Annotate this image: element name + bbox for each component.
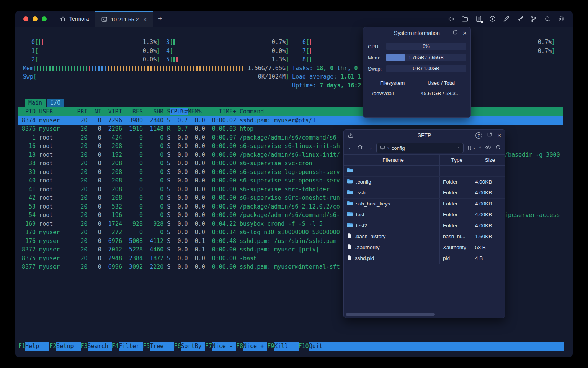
file-size: 4.00KB xyxy=(471,187,505,198)
fn-key-F8[interactable]: F8 xyxy=(236,342,243,351)
close-panel-icon[interactable]: × xyxy=(463,30,467,36)
settings-gear-icon[interactable] xyxy=(558,15,565,23)
swap-meter: Swp[0K/1024M] xyxy=(23,72,289,81)
filesystem-table: Filesystem Used / Total /dev/vda1 45.61G… xyxy=(368,78,466,113)
back-button[interactable]: ← xyxy=(348,145,354,151)
process-row[interactable]: 8374 myuser 20 0 7296 3980 2840 S 0.7 0.… xyxy=(18,116,563,125)
htop-view-tabs: MainI/O xyxy=(25,99,64,107)
system-stat-row: CPU:0% xyxy=(368,43,466,50)
key-icon[interactable] xyxy=(516,15,524,23)
forward-button[interactable]: → xyxy=(367,145,373,151)
home-icon xyxy=(60,16,66,22)
system-information-panel: System information × CPU:0%Mem:1.75GB / … xyxy=(363,27,471,118)
filesystem-usage: 45.61GB / 58.3... xyxy=(417,88,466,99)
column-header-type[interactable]: Type xyxy=(440,155,471,165)
fn-key-F7[interactable]: F7 xyxy=(205,342,212,351)
fn-label-F9[interactable]: Kill xyxy=(274,342,298,351)
fn-key-F6[interactable]: F6 xyxy=(174,342,181,351)
titlebar: Termora 10.211.55.2 × + xyxy=(15,11,573,27)
close-window-button[interactable] xyxy=(23,16,28,21)
fn-key-F3[interactable]: F3 xyxy=(81,342,88,351)
fn-label-F4[interactable]: Filter xyxy=(119,342,143,351)
help-icon[interactable]: ? xyxy=(475,132,482,139)
fn-key-F9[interactable]: F9 xyxy=(267,342,274,351)
chevron-down-icon[interactable] xyxy=(456,145,460,151)
fn-key-F10[interactable]: F10 xyxy=(299,342,309,351)
filesystem-row[interactable]: /dev/vda1 45.61GB / 58.3... xyxy=(368,88,466,99)
file-row[interactable]: .sshFolder4.00KB xyxy=(344,187,505,199)
edit-pencil-icon[interactable] xyxy=(503,15,510,23)
fn-key-F1[interactable]: F1 xyxy=(18,342,25,351)
tab-main[interactable]: Main xyxy=(25,99,46,107)
file-type: Folder xyxy=(440,199,471,209)
folder-icon xyxy=(347,168,353,174)
tab-io[interactable]: I/O xyxy=(47,99,64,107)
fn-label-F8[interactable]: Nice + xyxy=(243,342,267,351)
fn-key-F5[interactable]: F5 xyxy=(143,342,150,351)
fn-label-F3[interactable]: Search xyxy=(88,342,112,351)
up-directory-button[interactable]: ↑ xyxy=(479,145,482,151)
fn-label-F1[interactable]: Help xyxy=(25,342,49,351)
folder-icon xyxy=(347,200,353,207)
show-hidden-eye-icon[interactable] xyxy=(485,144,492,152)
file-type: pid xyxy=(440,253,471,264)
file-size: 4.00KB xyxy=(471,199,505,209)
stat-label: CPU: xyxy=(368,44,386,49)
minimize-window-button[interactable] xyxy=(33,16,38,21)
search-icon[interactable] xyxy=(544,15,551,23)
refresh-icon[interactable] xyxy=(495,144,501,152)
home-button[interactable] xyxy=(357,144,363,152)
stat-progress-bar: 0 B / 1.00GB xyxy=(386,65,466,72)
sftp-table-header: Filename Type Size xyxy=(344,154,505,166)
git-branch-icon[interactable] xyxy=(530,15,537,23)
file-name: test2 xyxy=(356,223,367,228)
new-tab-button[interactable]: + xyxy=(153,11,168,27)
stat-value: 0% xyxy=(386,43,466,50)
tab-active-session[interactable]: 10.211.55.2 × xyxy=(95,11,153,27)
fn-key-F4[interactable]: F4 xyxy=(112,342,119,351)
bookmark-dropdown-caret[interactable]: ▾ xyxy=(473,146,475,150)
system-stat-row: Swap:0 B / 1.00GB xyxy=(368,65,466,72)
open-in-window-icon[interactable] xyxy=(452,30,458,36)
record-icon[interactable] xyxy=(489,15,496,23)
log-document-icon[interactable] xyxy=(475,15,482,23)
file-name: ssh_host_keys xyxy=(356,201,390,207)
file-icon xyxy=(347,233,352,240)
sftp-titlebar: SFTP ? × xyxy=(344,130,505,141)
file-type: bash_hi... xyxy=(440,231,471,242)
close-tab-icon[interactable]: × xyxy=(143,16,147,23)
fn-label-F5[interactable]: Tree xyxy=(150,342,174,351)
file-row[interactable]: .bash_historybash_hi...1.60KB xyxy=(344,231,505,242)
path-breadcrumb[interactable]: › config xyxy=(376,143,464,153)
file-row[interactable]: .. xyxy=(344,166,505,177)
tab-termora-home[interactable]: Termora xyxy=(54,11,95,27)
code-icon[interactable] xyxy=(448,15,455,23)
file-row[interactable]: test2Folder4.00KB xyxy=(344,220,505,232)
file-row[interactable]: .XauthorityXauthority58 B xyxy=(344,242,505,253)
file-row[interactable]: ssh_host_keysFolder4.00KB xyxy=(344,199,505,210)
fn-label-F2[interactable]: Setup xyxy=(56,342,80,351)
column-header-size[interactable]: Size xyxy=(471,155,505,165)
horizontal-scrollbar-thumb[interactable] xyxy=(346,313,435,316)
column-header-filename[interactable]: Filename xyxy=(344,155,440,165)
file-name: test xyxy=(356,212,364,217)
fn-key-F2[interactable]: F2 xyxy=(49,342,56,351)
fn-label-F7[interactable]: Nice - xyxy=(212,342,236,351)
file-row[interactable]: sshd.pidpid4 B xyxy=(344,253,505,264)
cpu-meter-2: 2[0.0%] xyxy=(31,55,160,64)
fn-label-F6[interactable]: SortBy xyxy=(181,342,205,351)
file-row[interactable]: .configFolder4.00KB xyxy=(344,177,505,188)
cpu-meter-4: 4[0.0%] xyxy=(166,47,289,56)
zoom-window-button[interactable] xyxy=(42,16,47,21)
termora-window: Termora 10.211.55.2 × + 0[1.3%]1[0.0%]2[… xyxy=(15,11,573,357)
open-in-window-icon[interactable] xyxy=(487,132,492,139)
file-icon xyxy=(347,244,352,251)
bookmark-button[interactable]: ▾ xyxy=(467,145,475,151)
close-panel-icon[interactable]: × xyxy=(497,132,501,139)
column-header-used-total[interactable]: Used / Total xyxy=(417,78,466,88)
file-row[interactable]: testFolder4.00KB xyxy=(344,209,505,220)
process-table-header[interactable]: PID USER PRI NI VIRT RES SHR SCPU%▽MEM% … xyxy=(18,107,563,116)
column-header-filesystem[interactable]: Filesystem xyxy=(368,78,417,88)
fn-label-F10[interactable]: Quit xyxy=(309,342,564,351)
folder-icon[interactable] xyxy=(461,15,469,23)
